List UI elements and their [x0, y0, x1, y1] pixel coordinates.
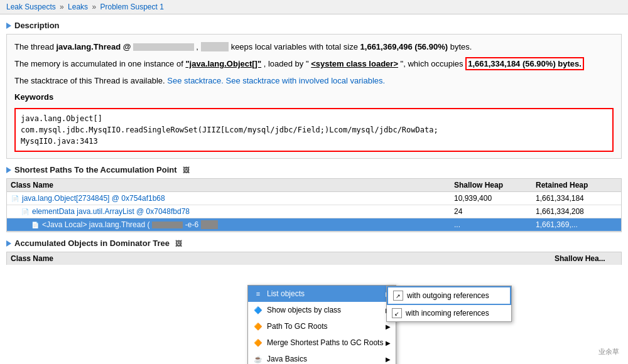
description-box: The thread java.lang.Thread @ , keeps lo… [6, 34, 622, 159]
submenu-arrow-3: ▶ [386, 323, 391, 330]
shortest-paths-triangle[interactable] [6, 167, 11, 173]
breadcrumb: Leak Suspects » Leaks » Problem Suspect … [0, 0, 628, 14]
dominator-triangle[interactable] [6, 240, 11, 247]
shortest-paths-header: Shortest Paths To the Accumulation Point… [6, 165, 622, 174]
menu-merge-label: Merge Shortest Paths to GC Roots [267, 338, 383, 347]
col-shallow-heap: Shallow Heap [454, 181, 536, 190]
row2-retained: 1,661,334,208 [536, 207, 617, 216]
row2-shallow: 24 [454, 207, 536, 216]
description-para2: The memory is accumulated in one instanc… [14, 58, 614, 71]
submenu-incoming-label: with incoming references [406, 309, 489, 318]
context-menu-overlay: ≡ List objects ▶ 🔷 Show objects by class… [247, 285, 396, 364]
col-class-name: Class Name [11, 181, 454, 190]
menu-item-list-objects[interactable]: ≡ List objects ▶ [248, 286, 396, 302]
dom-col-class: Class Name [11, 254, 555, 263]
shortest-paths-title: Shortest Paths To the Accumulation Point [14, 165, 177, 174]
menu-list-label: List objects [267, 289, 305, 298]
list-icon: ≡ [253, 289, 263, 299]
keyword-line-3: MysqIIO.java:3413 [21, 136, 607, 147]
submenu-item-outgoing[interactable]: ↗ with outgoing references [387, 286, 511, 305]
dominator-header: Accumulated Objects in Dominator Tree 🖼 [6, 238, 622, 248]
menu-path-label: Path To GC Roots [267, 322, 328, 331]
keyword-line-2: com.mysql.jdbc.MysqIIO.readSingleRowSet(… [21, 124, 607, 136]
local-icon: 📄 [31, 220, 40, 229]
table-row[interactable]: 📄 java.lang.Object[2734845] @ 0x754af1b6… [7, 192, 621, 205]
see-stacktrace-vars-link[interactable]: See stacktrace with involved local varia… [226, 76, 386, 85]
description-header: Description [6, 21, 622, 30]
shortest-paths-table: Class Name Shallow Heap Retained Heap 📄 … [6, 178, 622, 232]
menu-item-merge[interactable]: 🔶 Merge Shortest Paths to GC Roots ▶ [248, 335, 396, 351]
incoming-ref-icon: ↙ [392, 308, 402, 318]
class-icon: 🔷 [253, 305, 263, 315]
submenu-item-incoming[interactable]: ↙ with incoming references [387, 305, 511, 321]
dominator-section: Accumulated Objects in Dominator Tree 🖼 … [6, 238, 622, 265]
keyword-line-1: java.lang.Object[] [21, 113, 607, 124]
submenu: ↗ with outgoing references ↙ with incomi… [386, 286, 512, 322]
keywords-box: java.lang.Object[] com.mysql.jdbc.MysqII… [14, 108, 614, 152]
table-header: Class Name Shallow Heap Retained Heap [7, 179, 621, 192]
menu-item-show-objects[interactable]: 🔷 Show objects by class ▶ [248, 302, 396, 318]
watermark: 业余草 [596, 346, 622, 358]
row3-shallow: ... [454, 220, 536, 229]
dominator-table-header: Class Name Shallow Hea... [6, 252, 622, 265]
col-retained-heap: Retained Heap [536, 181, 617, 190]
dominator-title: Accumulated Objects in Dominator Tree [14, 238, 170, 248]
menu-java-label: Java Basics [267, 355, 307, 363]
submenu-arrow-4: ▶ [386, 340, 391, 346]
breadcrumb-leaks[interactable]: Leaks [68, 3, 88, 11]
menu-item-path-gc[interactable]: 🔶 Path To GC Roots ▶ [248, 318, 396, 335]
row1-shallow: 10,939,400 [454, 194, 536, 203]
path-icon: 🔶 [253, 321, 263, 331]
description-title: Description [14, 21, 60, 30]
outgoing-ref-icon: ↗ [393, 291, 403, 301]
menu-show-label: Show objects by class [267, 306, 341, 314]
description-para3: The stacktrace of this Thread is availab… [14, 75, 614, 88]
row2-link[interactable]: elementData java.util.ArrayList @ 0x7048… [32, 207, 190, 216]
merge-icon: 🔶 [253, 338, 263, 348]
description-para1: The thread java.lang.Thread @ , keeps lo… [14, 41, 614, 54]
row3-retained: 1,661,369,... [536, 220, 617, 229]
array-icon: 📄 [11, 194, 19, 203]
table-row[interactable]: 📄 elementData java.util.ArrayList @ 0x70… [7, 205, 621, 218]
row3-name: <Java Local> java.lang.Thread ( [42, 220, 149, 229]
keywords-label: Keywords [14, 91, 614, 104]
table-row-selected[interactable]: 📄 <Java Local> java.lang.Thread ( -e-6 .… [7, 218, 621, 232]
submenu-outgoing-label: with outgoing references [407, 291, 489, 300]
menu-item-java-basics[interactable]: ☕ Java Basics ▶ [248, 351, 396, 364]
breadcrumb-problem-suspect[interactable]: Problem Suspect 1 [100, 3, 163, 11]
field-icon: 📄 [21, 207, 30, 216]
breadcrumb-leak-suspects[interactable]: Leak Suspects [6, 3, 56, 11]
collapse-triangle[interactable] [6, 23, 11, 29]
submenu-arrow-5: ▶ [386, 356, 391, 363]
dom-col-shallow: Shallow Hea... [555, 254, 617, 263]
row1-link[interactable]: java.lang.Object[2734845] @ 0x754af1b68 [22, 194, 165, 203]
java-icon: ☕ [253, 354, 263, 364]
row1-retained: 1,661,334,184 [536, 194, 617, 203]
context-menu: ≡ List objects ▶ 🔷 Show objects by class… [247, 285, 396, 364]
see-stacktrace-link[interactable]: See stacktrace. [167, 76, 224, 85]
